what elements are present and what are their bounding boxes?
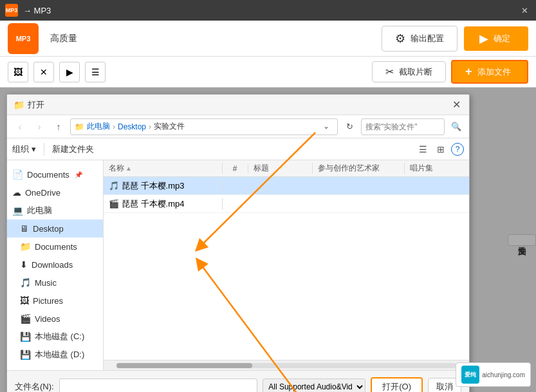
file-row-mp3[interactable]: 🎵 琵琶 千本樱.mp3 bbox=[104, 177, 469, 195]
window-close-button[interactable]: ✕ bbox=[518, 4, 531, 17]
app-logo: MP3 bbox=[8, 23, 39, 54]
this-pc-icon: 💻 bbox=[12, 205, 23, 216]
sidebar-item-onedrive[interactable]: ☁ OneDrive bbox=[7, 183, 103, 201]
hscroll-thumb bbox=[116, 363, 252, 368]
drive-c-icon: 💾 bbox=[20, 331, 31, 342]
app-window: MP3 → MP3 ✕ MP3 高质量 ⚙ 输出配置 ▶ 确定 🖼 ✕ ▶ ☰ … bbox=[0, 0, 536, 392]
dialog-toolbar: 组织 ▾ 新建文件夹 ☰ ⊞ ? bbox=[7, 138, 469, 160]
file-list-header: 名称 ▲ # 标题 参与创作的艺术家 bbox=[104, 160, 469, 177]
watermark-logo: 爱纯 bbox=[461, 366, 479, 384]
watermark: 爱纯 aichunjing.com bbox=[456, 362, 531, 387]
pictures-icon: 🖼 bbox=[20, 295, 29, 306]
sidebar-item-drive-d[interactable]: 💾 本地磁盘 (D:) bbox=[7, 346, 103, 364]
open-button[interactable]: 打开(O) bbox=[371, 377, 423, 393]
sidebar-item-music[interactable]: 🎵 Music bbox=[7, 274, 103, 292]
filename-label: 文件名(N): bbox=[15, 381, 54, 393]
col-name-header[interactable]: 名称 ▲ bbox=[104, 163, 223, 174]
organize-dropdown-icon: ▾ bbox=[32, 144, 36, 154]
documents-pinned-icon: 📄 bbox=[12, 169, 23, 180]
new-folder-button[interactable]: 新建文件夹 bbox=[52, 144, 94, 155]
sidebar-item-drive-c[interactable]: 💾 本地磁盘 (C:) bbox=[7, 328, 103, 346]
organize-button[interactable]: 组织 ▾ bbox=[12, 144, 36, 155]
sidebar-item-this-pc[interactable]: 💻 此电脑 bbox=[7, 201, 103, 219]
breadcrumb-pc[interactable]: 此电脑 bbox=[87, 121, 110, 132]
title-bar: MP3 → MP3 ✕ bbox=[0, 0, 536, 21]
dialog-footer: 文件名(N): All Supported Audio&Video 打开(O) … bbox=[7, 370, 469, 392]
breadcrumb-desktop[interactable]: Desktop bbox=[118, 122, 146, 131]
sidebar-item-videos[interactable]: 🎬 Videos bbox=[7, 310, 103, 328]
search-button[interactable]: 🔍 bbox=[448, 119, 464, 135]
help-button[interactable]: ? bbox=[451, 143, 464, 156]
quality-label: 高质量 bbox=[50, 33, 375, 44]
dialog-address-bar: ‹ › ↑ 📁 此电脑 › Desktop › 实验文件 ⌄ ↻ 🔍 bbox=[7, 115, 469, 138]
watermark-text: aichunjing.com bbox=[482, 371, 525, 378]
col-hash-header[interactable]: # bbox=[223, 164, 248, 173]
sidebar-item-desktop[interactable]: 🖥 Desktop bbox=[7, 219, 103, 238]
sidebar-item-pictures[interactable]: 🖼 Pictures bbox=[7, 292, 103, 310]
mp4-file-icon: 🎬 bbox=[109, 199, 119, 209]
dialog-title-text: 打开 bbox=[28, 99, 450, 111]
sidebar-item-documents-pinned[interactable]: 📄 Documents 📌 bbox=[7, 165, 103, 183]
sort-arrow-icon: ▲ bbox=[125, 165, 132, 172]
mp3-file-icon: 🎵 bbox=[109, 181, 119, 191]
toolbar-separator bbox=[44, 143, 44, 156]
confirm-icon: ▶ bbox=[479, 32, 488, 46]
dialog-body: 📄 Documents 📌 ☁ OneDrive 💻 此电脑 bbox=[7, 160, 469, 370]
toolbar-img-btn[interactable]: 🖼 bbox=[8, 62, 28, 82]
downloads-icon: ⬇ bbox=[20, 259, 28, 270]
view-toggle-button[interactable]: ☰ bbox=[415, 142, 430, 157]
view-large-icon-button[interactable]: ⊞ bbox=[433, 142, 448, 157]
back-button[interactable]: ‹ bbox=[12, 119, 28, 135]
documents-folder-icon: 📁 bbox=[20, 241, 31, 252]
dialog-close-button[interactable]: ✕ bbox=[450, 98, 463, 111]
confirm-button[interactable]: ▶ 确定 bbox=[464, 26, 528, 51]
toolbar-play-btn[interactable]: ▶ bbox=[59, 62, 80, 82]
file-row-mp4[interactable]: 🎬 琵琶 千本樱.mp4 bbox=[104, 195, 469, 213]
onedrive-icon: ☁ bbox=[12, 187, 21, 198]
desktop-icon: 🖥 bbox=[20, 223, 29, 234]
col-album-header[interactable]: 唱片集 bbox=[405, 163, 469, 174]
videos-icon: 🎬 bbox=[20, 313, 31, 324]
cut-segment-button[interactable]: ✂ 截取片断 bbox=[372, 61, 446, 82]
dialog-title-bar: 📁 打开 ✕ bbox=[7, 95, 469, 115]
add-file-button[interactable]: + 添加文件 bbox=[451, 60, 528, 84]
breadcrumb-dropdown[interactable]: ⌄ bbox=[323, 122, 333, 132]
filename-input[interactable] bbox=[59, 378, 258, 393]
search-input[interactable] bbox=[361, 118, 445, 135]
app-logo-icon: MP3 bbox=[5, 4, 18, 17]
toolbar-row2: 🖼 ✕ ▶ ☰ ✂ 截取片断 + 添加文件 bbox=[0, 57, 536, 88]
toolbar-row1: MP3 高质量 ⚙ 输出配置 ▶ 确定 bbox=[0, 21, 536, 57]
horizontal-scrollbar[interactable] bbox=[104, 360, 469, 370]
dialog-file-list: 名称 ▲ # 标题 参与创作的艺术家 bbox=[104, 160, 469, 370]
output-config-button[interactable]: ⚙ 输出配置 bbox=[382, 26, 457, 51]
dialog-title-icon: 📁 bbox=[14, 100, 24, 110]
refresh-button[interactable]: ↻ bbox=[342, 119, 357, 135]
music-icon: 🎵 bbox=[20, 277, 31, 288]
dialog-sidebar: 📄 Documents 📌 ☁ OneDrive 💻 此电脑 bbox=[7, 160, 104, 370]
dialog-overlay: 📁 打开 ✕ ‹ › ↑ 📁 此电脑 › Desktop › 实验文件 bbox=[0, 88, 536, 392]
breadcrumb-bar: 📁 此电脑 › Desktop › 实验文件 ⌄ bbox=[70, 118, 338, 135]
toolbar-list-btn[interactable]: ☰ bbox=[85, 62, 106, 82]
scissors-icon: ✂ bbox=[385, 66, 394, 78]
col-title-header[interactable]: 标题 bbox=[248, 163, 313, 174]
file-list-body: 🎵 琵琶 千本樱.mp3 🎬 bbox=[104, 177, 469, 360]
toolbar-close-btn[interactable]: ✕ bbox=[33, 62, 54, 82]
breadcrumb-icon: 📁 bbox=[75, 122, 84, 131]
up-button[interactable]: ↑ bbox=[51, 119, 66, 135]
hscroll-track bbox=[116, 363, 456, 368]
open-file-dialog: 📁 打开 ✕ ‹ › ↑ 📁 此电脑 › Desktop › 实验文件 bbox=[6, 94, 470, 392]
plus-icon: + bbox=[465, 65, 472, 79]
drive-d-icon: 💾 bbox=[20, 350, 31, 360]
title-bar-text: → MP3 bbox=[23, 6, 518, 15]
output-config-icon: ⚙ bbox=[395, 32, 405, 46]
col-artist-header[interactable]: 参与创作的艺术家 bbox=[313, 163, 405, 174]
sidebar-item-downloads[interactable]: ⬇ Downloads bbox=[7, 256, 103, 274]
filetype-select[interactable]: All Supported Audio&Video bbox=[263, 378, 365, 393]
forward-button[interactable]: › bbox=[32, 119, 47, 135]
main-content: 添加文件夹 📁 打开 ✕ ‹ › ↑ 📁 此电脑 bbox=[0, 88, 536, 392]
breadcrumb-current: 实验文件 bbox=[154, 121, 185, 132]
sidebar-item-documents[interactable]: 📁 Documents bbox=[7, 238, 103, 256]
